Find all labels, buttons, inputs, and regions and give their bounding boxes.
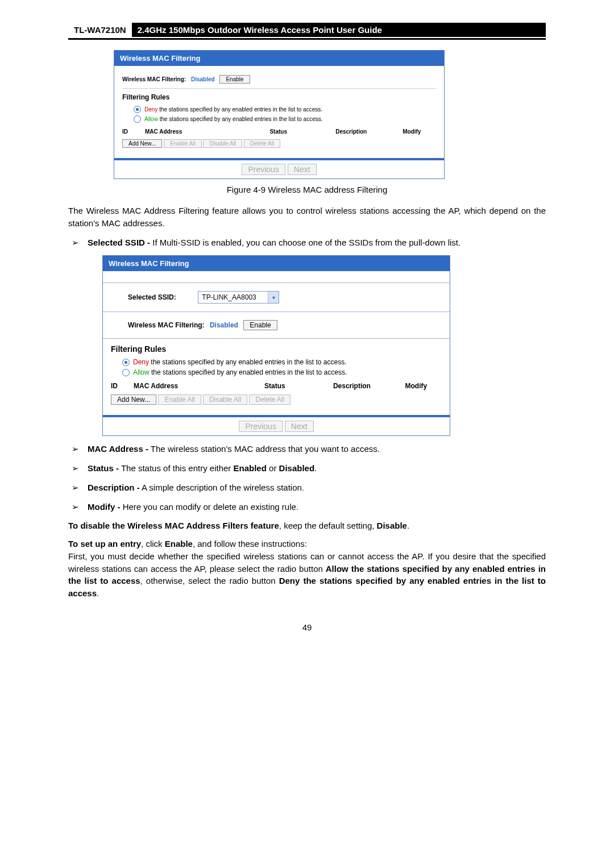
radio-allow[interactable]	[134, 115, 141, 123]
setup-mid: , click	[141, 539, 165, 549]
delete-all-button[interactable]: Delete All	[244, 139, 280, 148]
intro-paragraph: The Wireless MAC Address Filtering featu…	[68, 205, 546, 230]
figure-4-9-caption: Figure 4-9 Wireless MAC address Filterin…	[68, 185, 546, 194]
filtering-state: Disabled	[210, 321, 238, 329]
deny-radio-row[interactable]: Deny the stations specified by any enabl…	[134, 106, 436, 113]
mac-lead: MAC Address -	[88, 444, 148, 454]
selected-ssid-item: Selected SSID - If Multi-SSID is enabled…	[68, 236, 546, 249]
col-mac: MAC Address	[145, 128, 242, 135]
enable-all-button[interactable]: Enable All	[158, 394, 201, 405]
table-header: ID MAC Address Status Description Modify	[122, 128, 436, 135]
status-disabled: Disabled	[279, 463, 315, 473]
allow-suffix: the stations specified by any enabled en…	[158, 116, 323, 122]
deny-word: Deny	[133, 358, 149, 366]
mod-rest: Here you can modify or delete an existin…	[121, 502, 299, 512]
col-id: ID	[122, 128, 145, 135]
status-or: or	[267, 463, 279, 473]
mac-address-item: MAC Address - The wireless station's MAC…	[68, 443, 546, 455]
allow-word: Allow	[144, 116, 158, 122]
ssid-select[interactable]: TP-LINK_AA8003 ▾	[198, 291, 279, 304]
table-header: ID MAC Address Status Description Modify	[111, 382, 442, 390]
ssid-select-value: TP-LINK_AA8003	[198, 293, 268, 301]
filtering-state: Disabled	[191, 76, 215, 82]
filtering-label: Wireless MAC Filtering:	[122, 76, 186, 82]
allow-radio-row[interactable]: Allow the stations specified by any enab…	[134, 115, 436, 123]
deny-radio-row[interactable]: Deny the stations specified by any enabl…	[122, 358, 442, 366]
panel-title: Wireless MAC Filtering	[114, 51, 444, 66]
delete-all-button[interactable]: Delete All	[249, 394, 291, 405]
desc-lead: Description -	[88, 483, 140, 492]
col-modify: Modify	[391, 382, 442, 390]
filtering-label: Wireless MAC Filtering:	[128, 321, 205, 329]
setup-lead: To set up an entry	[68, 539, 141, 549]
allow-suffix: the stations specified by any enabled en…	[150, 368, 347, 376]
col-modify: Modify	[388, 128, 436, 135]
figure-ssid-screenshot: Wireless MAC Filtering Selected SSID: TP…	[102, 255, 450, 436]
status-enabled: Enabled	[234, 463, 267, 473]
previous-button[interactable]: Previous	[239, 421, 282, 432]
next-button[interactable]: Next	[285, 421, 314, 432]
col-desc: Description	[313, 382, 391, 390]
disable-all-button[interactable]: Disable All	[203, 394, 247, 405]
setup-body-2: , otherwise, select the radio button	[140, 576, 279, 585]
panel-title: Wireless MAC Filtering	[103, 256, 450, 271]
status-end: .	[314, 463, 317, 473]
col-status: Status	[237, 382, 314, 390]
modify-item: Modify - Here you can modify or delete a…	[68, 501, 546, 513]
description-item: Description - A simple description of th…	[68, 481, 546, 494]
col-mac: MAC Address	[134, 382, 237, 390]
enable-button[interactable]: Enable	[243, 320, 277, 330]
setup-instruction: To set up an entry, click Enable, and fo…	[68, 538, 546, 600]
mac-rest: The wireless station's MAC address that …	[148, 444, 380, 454]
desc-rest: A simple description of the wireless sta…	[140, 483, 304, 492]
disable-all-button[interactable]: Disable All	[203, 139, 242, 148]
document-header: TL-WA7210N 2.4GHz 150Mbps Outdoor Wirele…	[68, 23, 546, 40]
chevron-down-icon[interactable]: ▾	[268, 292, 279, 303]
status-item: Status - The status of this entry either…	[68, 462, 546, 475]
figure-4-9-screenshot: Wireless MAC Filtering Wireless MAC Filt…	[114, 50, 445, 179]
selected-ssid-rest: If Multi-SSID is enabled, you can choose…	[150, 238, 460, 247]
allow-radio-row[interactable]: Allow the stations specified by any enab…	[122, 368, 442, 376]
allow-word: Allow	[133, 368, 150, 376]
add-new-button[interactable]: Add New...	[122, 139, 162, 148]
enable-button[interactable]: Enable	[219, 75, 250, 84]
model-number: TL-WA7210N	[68, 23, 132, 37]
radio-deny[interactable]	[122, 359, 130, 366]
next-button[interactable]: Next	[288, 164, 317, 175]
filtering-rules-heading: Filtering Rules	[122, 93, 436, 101]
disable-end: .	[407, 521, 409, 530]
setup-body-3: .	[97, 588, 99, 598]
disable-instruction: To disable the Wireless MAC Address Filt…	[68, 520, 546, 532]
page: TL-WA7210N 2.4GHz 150Mbps Outdoor Wirele…	[0, 0, 614, 868]
previous-button[interactable]: Previous	[242, 164, 285, 175]
setup-enable: Enable	[165, 539, 193, 549]
filtering-rules-heading: Filtering Rules	[111, 344, 442, 354]
add-new-button[interactable]: Add New...	[111, 394, 156, 405]
deny-word: Deny	[144, 106, 157, 113]
disable-word: Disable	[377, 521, 407, 530]
page-number: 49	[68, 622, 546, 632]
deny-suffix: the stations specified by any enabled en…	[149, 358, 347, 366]
status-mid: The status of this entry either	[119, 463, 234, 473]
mod-lead: Modify -	[88, 502, 121, 512]
selected-ssid-lead: Selected SSID -	[88, 238, 150, 247]
radio-deny[interactable]	[134, 106, 141, 113]
col-desc: Description	[315, 128, 388, 135]
document-title: 2.4GHz 150Mbps Outdoor Wireless Access P…	[132, 23, 546, 37]
deny-suffix: the stations specified by any enabled en…	[157, 106, 322, 113]
col-status: Status	[242, 128, 315, 135]
setup-end: , and follow these instructions:	[193, 539, 307, 549]
col-id: ID	[111, 382, 134, 390]
disable-mid: , keep the default setting,	[279, 521, 377, 530]
selected-ssid-label: Selected SSID:	[128, 293, 196, 301]
radio-allow[interactable]	[122, 369, 130, 376]
enable-all-button[interactable]: Enable All	[164, 139, 201, 148]
status-lead: Status -	[88, 463, 119, 473]
disable-lead: To disable the Wireless MAC Address Filt…	[68, 521, 279, 530]
